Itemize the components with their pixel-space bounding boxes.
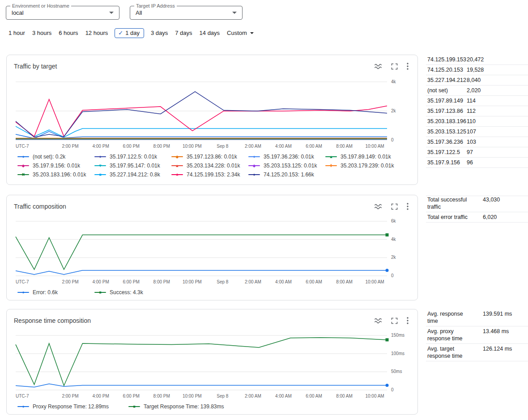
traffic-by-target-plot[interactable]: 02k4kUTC-72:00 PM4:00 PM6:00 PM8:00 PM10… xyxy=(14,72,411,152)
row-value: 43,030 xyxy=(483,196,500,203)
chart-title: Traffic composition xyxy=(14,203,66,210)
compare-button[interactable] xyxy=(374,203,382,210)
more-options-button[interactable] xyxy=(407,203,409,210)
dropdown-arrow-icon xyxy=(109,12,114,14)
svg-text:6:00 PM: 6:00 PM xyxy=(123,279,139,284)
legend-label: 35.197.36.236: 0.01k xyxy=(264,154,314,160)
svg-text:2k: 2k xyxy=(391,255,396,260)
legend-item[interactable]: ●35.197.122.5: 0.01k xyxy=(94,154,171,160)
time-range-1-hour[interactable]: 1 hour xyxy=(8,28,26,38)
row-label: Total successful traffic xyxy=(427,196,483,210)
legend-item[interactable]: ●35.197.36.236: 0.01k xyxy=(248,154,325,160)
legend-item[interactable]: ●Error: 0.6k xyxy=(17,289,94,296)
time-range-3-days[interactable]: 3 days xyxy=(150,28,168,38)
more-options-button[interactable] xyxy=(407,317,409,324)
svg-text:4:00 PM: 4:00 PM xyxy=(92,279,109,284)
response-time-composition-plot[interactable]: 050ms100ms150msUTC-72:00 PM4:00 PM6:00 P… xyxy=(14,326,411,402)
traffic-composition-plot[interactable]: 02k4k6kUTC-72:00 PM4:00 PM6:00 PM8:00 PM… xyxy=(14,212,411,287)
row-value: 13.468 ms xyxy=(483,328,509,335)
table-row: 35.197.122.597 xyxy=(426,147,528,158)
svg-text:UTC-7: UTC-7 xyxy=(16,279,29,284)
row-value: 114 xyxy=(467,97,476,104)
table-row: 35.227.194.2128,040 xyxy=(426,75,528,86)
fullscreen-button[interactable] xyxy=(391,63,398,70)
row-value: 96 xyxy=(467,159,473,166)
row-value: 97 xyxy=(467,149,473,156)
legend-item[interactable]: ■35.227.194.212: 0.8k xyxy=(94,171,171,178)
fullscreen-button[interactable] xyxy=(391,203,398,210)
more-options-button[interactable] xyxy=(407,63,409,70)
chart-title: Traffic by target xyxy=(14,63,57,70)
dropdown-arrow-icon xyxy=(232,12,237,14)
fullscreen-button[interactable] xyxy=(391,317,398,324)
table-row: (not set)2,020 xyxy=(426,86,528,96)
row-value: 110 xyxy=(467,118,476,125)
target-ip-select-value: All xyxy=(136,9,142,16)
legend-label: 35.197.122.5: 0.01k xyxy=(110,154,157,160)
square-marker-icon: ■ xyxy=(128,404,140,409)
legend-item[interactable]: ◆35.197.9.156: 0.01k xyxy=(17,163,94,169)
target-ip-select[interactable]: Target IP Address All xyxy=(130,6,243,20)
traffic-by-target-card: Traffic by target 02k4kUTC-72:00 PM4:00 … xyxy=(6,55,418,185)
check-icon: ✓ xyxy=(118,30,123,36)
compare-icon xyxy=(374,203,382,210)
row-label: (not set) xyxy=(427,87,467,94)
time-range-1-day[interactable]: ✓1 day xyxy=(115,28,144,38)
svg-text:50ms: 50ms xyxy=(391,369,402,374)
legend-item[interactable]: ▼35.197.95.147: 0.01k xyxy=(94,163,171,169)
legend-item[interactable]: ◆35.197.123.86: 0.01k xyxy=(171,154,248,160)
legend-item[interactable]: ◆35.203.153.125: 0.01k xyxy=(248,163,325,169)
compare-icon xyxy=(374,317,382,324)
svg-text:8:00 PM: 8:00 PM xyxy=(153,394,170,399)
table-row: Avg. response time139.591 ms xyxy=(426,309,528,326)
legend-label: 35.203.134.228: 0.01k xyxy=(187,163,240,169)
legend-label: 74.125.199.153: 2.34k xyxy=(187,171,240,178)
svg-text:10:00 PM: 10:00 PM xyxy=(183,144,202,149)
time-range-3-hours[interactable]: 3 hours xyxy=(32,28,52,38)
time-range-14-days[interactable]: 14 days xyxy=(199,28,221,38)
legend-label: 35.203.183.196: 0.01k xyxy=(33,171,86,178)
chart-toolbar xyxy=(374,317,410,324)
time-range-7-days[interactable]: 7 days xyxy=(175,28,192,38)
diamond-marker-icon: ◆ xyxy=(17,163,29,168)
svg-text:2:00 AM: 2:00 AM xyxy=(245,279,261,284)
svg-text:6:00 AM: 6:00 AM xyxy=(306,394,322,399)
time-range-custom[interactable]: Custom xyxy=(226,28,254,38)
legend-item[interactable]: ★74.125.199.153: 2.34k xyxy=(171,171,248,178)
time-range-6-hours[interactable]: 6 hours xyxy=(58,28,78,38)
legend-item[interactable]: ✚35.203.179.239: 0.01k xyxy=(325,163,402,169)
legend-item[interactable]: ●74.125.20.153: 1.66k xyxy=(248,171,325,178)
square-marker-icon: ■ xyxy=(94,172,106,177)
compare-button[interactable] xyxy=(374,317,382,324)
svg-text:8:00 PM: 8:00 PM xyxy=(153,279,170,284)
compare-button[interactable] xyxy=(374,63,382,70)
legend-item[interactable]: ■Success: 4.3k xyxy=(94,289,171,296)
legend-item[interactable]: ●(not set): 0.2k xyxy=(17,154,94,160)
circle-marker-icon: ● xyxy=(17,154,29,159)
svg-text:2:00 PM: 2:00 PM xyxy=(62,144,78,149)
square-marker-icon: ■ xyxy=(94,290,106,295)
response-time-composition-legend: ●Proxy Response Time: 12.89ms■Target Res… xyxy=(14,403,410,410)
plus-marker-icon: ✚ xyxy=(325,163,337,168)
table-row: 35.197.36.236103 xyxy=(426,137,528,147)
traffic-by-target-legend: ●(not set): 0.2k●35.197.122.5: 0.01k◆35.… xyxy=(14,154,410,178)
legend-item[interactable]: ✖35.203.183.196: 0.01k xyxy=(17,171,94,178)
legend-item[interactable]: ▲35.197.89.149: 0.01k xyxy=(325,154,402,160)
svg-text:UTC-7: UTC-7 xyxy=(16,144,29,149)
svg-text:150ms: 150ms xyxy=(391,333,405,338)
chart-title: Response time composition xyxy=(14,317,91,324)
time-range-label: 1 day xyxy=(125,30,140,36)
environment-select[interactable]: Environment or Hostname local xyxy=(6,6,119,20)
legend-item[interactable]: ▲35.203.134.228: 0.01k xyxy=(171,163,248,169)
row-label: 74.125.199.153 xyxy=(427,56,467,63)
table-row: 74.125.20.15319,528 xyxy=(426,65,528,75)
legend-item[interactable]: ●Proxy Response Time: 12.89ms xyxy=(17,403,109,410)
circle-marker-icon: ● xyxy=(248,172,260,177)
time-range-12-hours[interactable]: 12 hours xyxy=(85,28,109,38)
traffic-composition-card: Traffic composition 02k4k6kUTC-72:00 PM4… xyxy=(6,195,418,300)
chart-toolbar xyxy=(374,63,410,70)
time-range-label: 1 hour xyxy=(9,30,25,36)
time-range-selector: 1 hour3 hours6 hours12 hours✓1 day3 days… xyxy=(8,28,254,38)
legend-item[interactable]: ■Target Response Time: 139.83ms xyxy=(128,403,224,410)
legend-label: 35.227.194.212: 0.8k xyxy=(110,171,160,178)
